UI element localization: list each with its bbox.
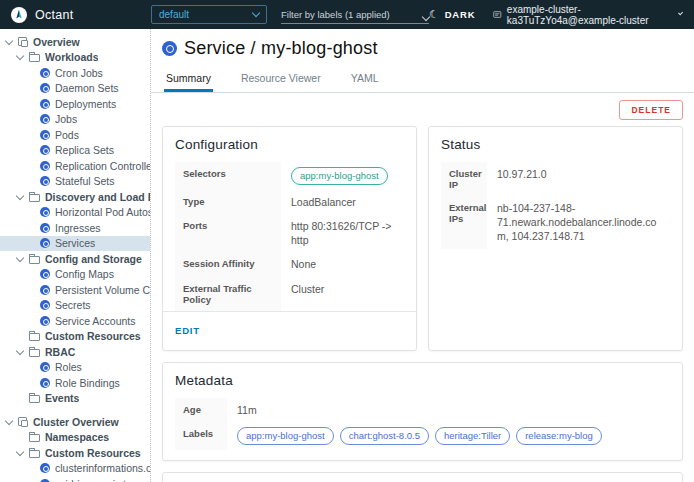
caret-down-icon[interactable] [16, 255, 24, 263]
resource-icon [40, 300, 50, 310]
page-title: Service / my-blog-ghost [184, 38, 378, 59]
selectors-label: Selectors [175, 162, 281, 190]
namespace-select[interactable]: default [151, 5, 267, 24]
caret-down-icon[interactable] [5, 38, 13, 46]
cluster-ip-value: 10.97.21.0 [487, 162, 670, 196]
status-title: Status [441, 137, 670, 152]
sidebar-item[interactable]: Services [0, 236, 150, 252]
octant-logo [11, 7, 27, 23]
sidebar-item[interactable]: Discovery and Load Balancing [0, 189, 150, 205]
selector-tag[interactable]: app:my-blog-ghost [291, 167, 388, 185]
sidebar-item[interactable]: Daemon Sets [0, 81, 150, 97]
sidebar-item[interactable]: Persistent Volume Claims [0, 282, 150, 298]
delete-button[interactable]: DELETE [619, 100, 683, 120]
resource-icon [40, 269, 50, 279]
label-filter-text: Filter by labels (1 applied) [281, 9, 390, 20]
sidebar-item[interactable]: Workloads [0, 50, 150, 66]
namespace-value: default [159, 9, 189, 20]
label-tag[interactable]: app:my-blog-ghost [237, 427, 334, 445]
ports-value: http 80:31626/TCP -> http [281, 214, 404, 252]
caret-down-icon[interactable] [16, 53, 24, 61]
caret-down-icon[interactable] [16, 449, 24, 457]
sidebar-item[interactable]: Namespaces [0, 430, 150, 446]
sidebar-item-label: Stateful Sets [55, 175, 115, 187]
sidebar-item[interactable]: Ingresses [0, 220, 150, 236]
chevron-down-icon [678, 10, 683, 15]
sidebar-item[interactable]: Config and Storage [0, 251, 150, 267]
caret-down-icon[interactable] [16, 193, 24, 201]
sidebar-item[interactable]: Horizontal Pod Autoscalers [0, 205, 150, 221]
sidebar-item[interactable]: Jobs [0, 112, 150, 128]
sidebar-item[interactable]: Pods [0, 127, 150, 143]
labels-value: app:my-blog-ghost chart:ghost-8.0.5 heri… [227, 422, 670, 450]
sidebar-item[interactable]: Stateful Sets [0, 174, 150, 190]
sidebar-item-label: Discovery and Load Balancing [45, 191, 150, 203]
resource-icon [40, 99, 50, 109]
sidebar-item[interactable]: Custom Resources [0, 329, 150, 345]
sidebar-item[interactable]: Events [0, 391, 150, 407]
resource-icon [40, 238, 50, 248]
configuration-card: Configuration Selectors app:my-blog-ghos… [162, 126, 417, 351]
sidebar-item[interactable]: Config Maps [0, 267, 150, 283]
theme-toggle-button[interactable]: ☾ DARK [429, 8, 475, 21]
sidebar-item[interactable]: Deployments [0, 96, 150, 112]
configuration-title: Configuration [175, 137, 404, 152]
resource-icon [40, 362, 50, 372]
sidebar-item-label: Jobs [55, 113, 77, 125]
labels-label: Labels [175, 422, 227, 450]
sidebar-item[interactable]: Secrets [0, 298, 150, 314]
sidebar-item[interactable]: Role Bindings [0, 375, 150, 391]
sidebar-item-label: Replication Controllers [55, 160, 150, 172]
edit-link[interactable]: EDIT [175, 325, 200, 336]
sidebar-item-label: Config Maps [55, 268, 114, 280]
sidebar-item-label: Role Bindings [55, 377, 120, 389]
sidebar-item[interactable]: Service Accounts [0, 313, 150, 329]
folder-icon [29, 54, 40, 62]
metadata-table: Age 11m Labels app:my-blog-ghost chart:g… [175, 398, 670, 450]
brand: Octant [0, 7, 151, 23]
sidebar-item-label: clusterinformations.crd.projec [55, 462, 150, 474]
sidebar-item[interactable]: Replica Sets [0, 143, 150, 159]
resource-icon [40, 130, 50, 140]
caret-down-icon[interactable] [16, 348, 24, 356]
type-label: Type [175, 190, 281, 214]
sidebar-item[interactable]: Roles [0, 360, 150, 376]
tab-summary[interactable]: Summary [164, 68, 213, 92]
caret-down-icon[interactable] [5, 418, 13, 426]
sidebar-item[interactable]: csidrivers.csi.storage.k8s.io [0, 476, 150, 482]
folder-icon [29, 194, 40, 202]
sidebar-item-label: csidrivers.csi.storage.k8s.io [55, 478, 150, 482]
sidebar-item[interactable]: Overview [0, 34, 150, 50]
label-tag[interactable]: chart:ghost-8.0.5 [340, 427, 429, 445]
tab-yaml[interactable]: YAML [349, 68, 381, 92]
sidebar-item[interactable]: Cron Jobs [0, 65, 150, 81]
sidebar-item-label: Events [45, 392, 79, 404]
cluster-selector[interactable]: example-cluster-ka3TuTzYo4a@example-clus… [493, 4, 682, 26]
moon-icon: ☾ [429, 8, 440, 21]
sidebar: Overview Workloads Cron Jobs Daemon Sets [0, 29, 151, 482]
sidebar-item-label: Custom Resources [45, 330, 141, 342]
label-tag[interactable]: heritage:Tiller [435, 427, 510, 445]
sidebar-item-label: Roles [55, 361, 82, 373]
cluster-ip-label: Cluster IP [441, 162, 487, 196]
label-filter[interactable]: Filter by labels (1 applied) [281, 5, 429, 24]
label-tag[interactable]: release:my-blog [516, 427, 602, 445]
sidebar-item-label: RBAC [45, 346, 75, 358]
sidebar-item-label: Cluster Overview [33, 416, 119, 428]
sidebar-item[interactable]: Custom Resources [0, 445, 150, 461]
folder-icon [29, 256, 40, 264]
sidebar-item-label: Custom Resources [45, 447, 141, 459]
sidebar-item[interactable]: clusterinformations.crd.projec [0, 461, 150, 477]
theme-toggle-label: DARK [445, 9, 476, 20]
sidebar-item-label: Persistent Volume Claims [55, 284, 150, 296]
sidebar-item-label: Service Accounts [55, 315, 136, 327]
status-table: Cluster IP 10.97.21.0 External IPs nb-10… [441, 162, 670, 249]
app-title: Octant [35, 8, 74, 22]
sidebar-item-label: Ingresses [55, 222, 101, 234]
folder-icon [29, 450, 40, 458]
session-affinity-value: None [281, 252, 404, 276]
sidebar-item[interactable]: RBAC [0, 344, 150, 360]
tab-resource-viewer[interactable]: Resource Viewer [239, 68, 323, 92]
sidebar-item[interactable]: Replication Controllers [0, 158, 150, 174]
sidebar-item[interactable]: Cluster Overview [0, 414, 150, 430]
